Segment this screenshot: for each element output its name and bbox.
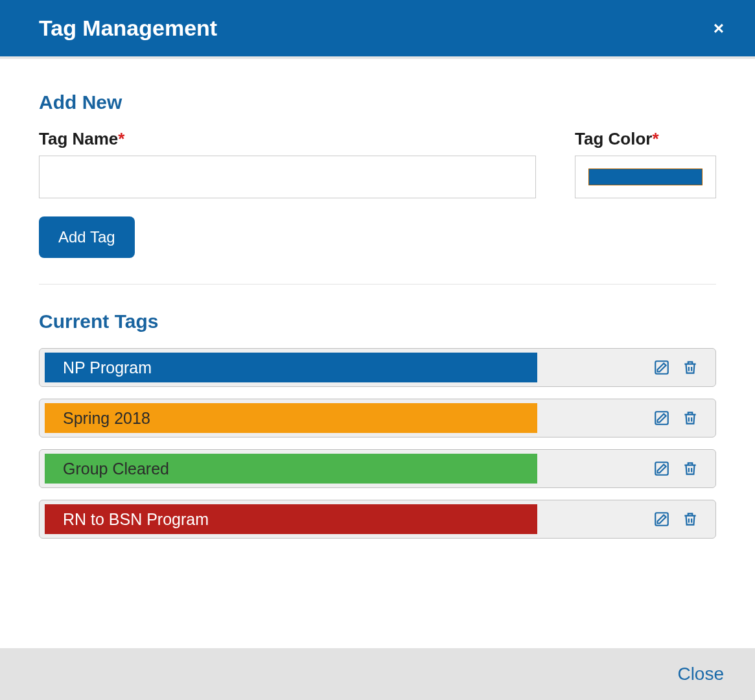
tag-row: RN to BSN Program — [39, 500, 716, 539]
tag-name-input[interactable] — [39, 156, 536, 198]
trash-icon[interactable] — [680, 509, 700, 529]
add-tag-button[interactable]: Add Tag — [39, 216, 135, 258]
edit-icon[interactable] — [652, 509, 671, 529]
required-mark: * — [652, 129, 658, 148]
trash-icon[interactable] — [680, 459, 700, 478]
tags-list: NP ProgramSpring 2018Group ClearedRN to … — [39, 348, 716, 539]
add-new-form-row: Tag Name* Tag Color* — [39, 129, 716, 198]
tag-name-label-text: Tag Name — [39, 129, 118, 148]
tag-color-label: Tag Color* — [575, 129, 716, 149]
modal-header: Tag Management × — [0, 0, 755, 56]
tag-color-picker[interactable] — [575, 156, 716, 198]
edit-icon[interactable] — [652, 459, 671, 478]
current-tags-heading: Current Tags — [39, 310, 716, 332]
modal-body: Add New Tag Name* Tag Color* Add Tag Cur… — [0, 56, 755, 648]
tag-bar: RN to BSN Program — [45, 504, 537, 534]
modal-footer: Close — [0, 648, 755, 700]
modal-title: Tag Management — [39, 16, 217, 41]
edit-icon[interactable] — [652, 408, 671, 428]
tag-actions — [537, 459, 710, 478]
trash-icon[interactable] — [680, 408, 700, 428]
tag-color-label-text: Tag Color — [575, 129, 652, 148]
tag-actions — [537, 408, 710, 428]
tag-actions — [537, 358, 710, 377]
divider — [39, 284, 716, 285]
tag-row: Group Cleared — [39, 449, 716, 488]
color-swatch — [588, 169, 703, 185]
tag-name-label: Tag Name* — [39, 129, 536, 149]
tag-bar: Spring 2018 — [45, 403, 537, 433]
tag-name-group: Tag Name* — [39, 129, 536, 198]
tag-bar: NP Program — [45, 353, 537, 382]
tag-row: Spring 2018 — [39, 399, 716, 438]
tag-row: NP Program — [39, 348, 716, 387]
close-button[interactable]: Close — [677, 664, 724, 684]
tag-color-group: Tag Color* — [575, 129, 716, 198]
trash-icon[interactable] — [680, 358, 700, 377]
required-mark: * — [118, 129, 124, 148]
tag-bar: Group Cleared — [45, 454, 537, 484]
tag-actions — [537, 509, 710, 529]
edit-icon[interactable] — [652, 358, 671, 377]
close-icon[interactable]: × — [714, 19, 724, 38]
add-new-heading: Add New — [39, 91, 716, 113]
